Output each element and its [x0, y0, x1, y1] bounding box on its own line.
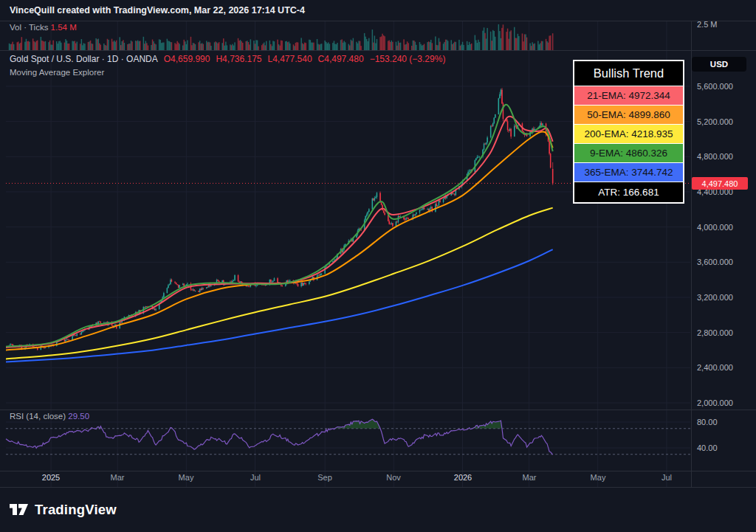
- legend-row: 365-EMA: 3744.742: [574, 162, 683, 182]
- legend-row: 9-EMA: 4860.326: [574, 143, 683, 162]
- volume-axis-label[interactable]: 2.5 M: [697, 20, 718, 29]
- last-price-badge: 4,497.480: [692, 177, 748, 190]
- ema-line-365-EMA: [6, 249, 553, 362]
- legend-rows: 21-EMA: 4972.34450-EMA: 4899.860200-EMA:…: [574, 86, 683, 202]
- ema-line-9-EMA: [6, 105, 553, 347]
- volume-bars: [9, 24, 554, 50]
- footer-bar: TradingView: [0, 488, 756, 532]
- rsi-value: 29.50: [68, 412, 89, 421]
- currency-button[interactable]: USD: [692, 57, 746, 72]
- rsi-legend[interactable]: RSI (14, close) 29.50: [10, 412, 89, 421]
- rsi-plot: [6, 419, 690, 474]
- legend-row: 21-EMA: 4972.344: [574, 86, 683, 105]
- tradingview-logo-icon: [9, 500, 29, 521]
- ema-line-21-EMA: [6, 117, 553, 348]
- legend-row: 200-EMA: 4218.935: [574, 124, 683, 143]
- ema-line-50-EMA: [6, 131, 553, 350]
- legend-row: ATR: 166.681: [574, 182, 683, 202]
- tradingview-logo[interactable]: TradingView: [9, 500, 117, 521]
- attribution-text: VinceQuill created with TradingView.com,…: [10, 5, 305, 15]
- volume-value: 1.54 M: [51, 23, 77, 32]
- ema-lines: [6, 105, 553, 362]
- attribution-bar: VinceQuill created with TradingView.com,…: [0, 0, 756, 21]
- ohlc-high: H4,736.175: [216, 54, 261, 64]
- legend-title: Bullish Trend: [574, 61, 683, 86]
- rsi-indicator-label[interactable]: RSI (14, close): [10, 412, 66, 421]
- ohlc-close: C4,497.480: [318, 54, 364, 64]
- volume-legend: Vol · Ticks 1.54 M: [10, 23, 77, 32]
- legend-row: 50-EMA: 4899.860: [574, 105, 683, 124]
- ohlc-change: −153.240 (−3.29%): [370, 54, 446, 64]
- tradingview-brand-text: TradingView: [35, 502, 117, 518]
- ohlc-open: O4,659.990: [164, 54, 210, 64]
- symbol-title[interactable]: Gold Spot / U.S. Dollar · 1D · OANDA: [10, 54, 158, 64]
- symbol-legend[interactable]: Gold Spot / U.S. Dollar · 1D · OANDA O4,…: [10, 54, 445, 64]
- indicator-label[interactable]: Moving Average Explorer: [10, 68, 104, 77]
- ma-legend-panel: Bullish Trend 21-EMA: 4972.34450-EMA: 48…: [573, 60, 684, 204]
- candlestick-series: [9, 88, 554, 350]
- volume-indicator-label: Vol · Ticks: [10, 23, 48, 32]
- ohlc-low: L4,477.540: [268, 54, 312, 64]
